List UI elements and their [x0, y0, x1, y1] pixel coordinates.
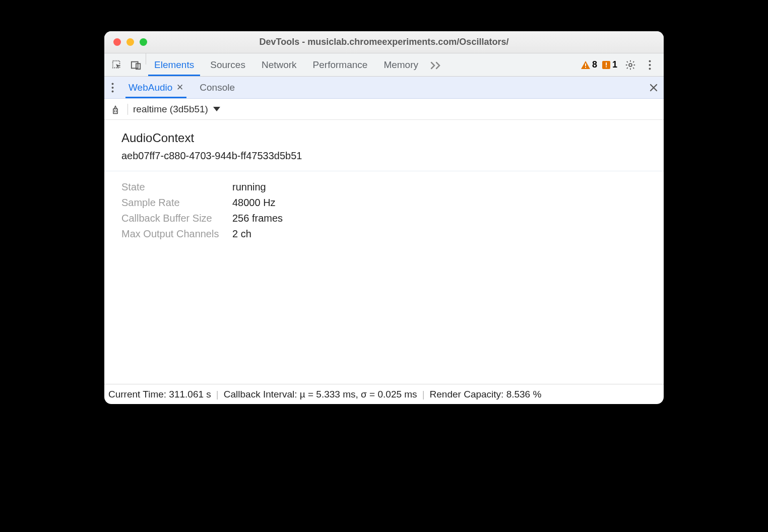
- prop-label-max-channels: Max Output Channels: [121, 228, 232, 240]
- warnings-badge[interactable]: 8: [581, 59, 597, 70]
- warning-icon: [581, 61, 590, 69]
- maximize-window-button[interactable]: [140, 38, 147, 46]
- svg-point-10: [649, 64, 651, 66]
- tab-label: Elements: [154, 59, 194, 71]
- svg-point-8: [629, 63, 632, 66]
- tab-console[interactable]: Console: [191, 77, 243, 98]
- clear-icon[interactable]: [108, 104, 122, 114]
- status-separator: |: [422, 389, 425, 400]
- main-tabs: Elements Sources Network Performance Mem…: [104, 53, 664, 77]
- errors-badge[interactable]: 1: [602, 59, 617, 70]
- tab-webaudio[interactable]: WebAudio ✕: [120, 77, 191, 98]
- webaudio-content: AudioContext aeb07ff7-c880-4703-944b-ff4…: [104, 120, 664, 384]
- context-type-heading: AudioContext: [104, 120, 664, 150]
- prop-value-max-channels: 2 ch: [232, 228, 664, 240]
- svg-point-12: [111, 83, 113, 85]
- drawer-kebab-icon[interactable]: [104, 77, 120, 98]
- svg-point-14: [111, 90, 113, 92]
- svg-rect-3: [585, 63, 586, 66]
- tab-label: WebAudio: [129, 82, 172, 93]
- titlebar: DevTools - musiclab.chromeexperiments.co…: [104, 31, 664, 53]
- tab-network[interactable]: Network: [253, 53, 305, 76]
- tab-label: Performance: [313, 59, 368, 71]
- svg-rect-4: [585, 66, 586, 68]
- svg-rect-1: [132, 61, 138, 68]
- webaudio-toolbar: realtime (3d5b51): [104, 99, 664, 120]
- close-drawer-icon[interactable]: [644, 77, 664, 98]
- svg-point-11: [649, 68, 651, 70]
- prop-value-callback-buffer: 256 frames: [232, 213, 664, 224]
- close-window-button[interactable]: [113, 38, 121, 46]
- tab-label: Memory: [383, 59, 418, 71]
- settings-icon[interactable]: [622, 59, 638, 71]
- svg-point-9: [649, 60, 651, 62]
- tab-label: Console: [200, 82, 235, 93]
- context-selector[interactable]: realtime (3d5b51): [133, 104, 220, 115]
- devtools-window: DevTools - musiclab.chromeexperiments.co…: [104, 31, 664, 404]
- context-properties: State running Sample Rate 48000 Hz Callb…: [104, 171, 664, 240]
- traffic-lights: [113, 38, 147, 46]
- chevron-down-icon: [213, 107, 220, 112]
- status-current-time: Current Time: 311.061 s: [108, 389, 211, 400]
- status-separator: |: [216, 389, 219, 400]
- svg-rect-7: [606, 66, 607, 67]
- status-render-capacity: Render Capacity: 8.536 %: [430, 389, 542, 400]
- tab-label: Network: [262, 59, 297, 71]
- prop-label-callback-buffer: Callback Buffer Size: [121, 213, 232, 224]
- window-title: DevTools - musiclab.chromeexperiments.co…: [104, 37, 664, 47]
- context-id: aeb07ff7-c880-4703-944b-ff47533d5b51: [104, 150, 664, 171]
- error-icon: [602, 61, 610, 69]
- prop-label-sample-rate: Sample Rate: [121, 197, 232, 209]
- more-tabs-icon[interactable]: [426, 53, 445, 76]
- minimize-window-button[interactable]: [126, 38, 134, 46]
- right-icons: 8 1: [581, 53, 661, 76]
- kebab-menu-icon[interactable]: [644, 60, 656, 70]
- status-callback-interval: Callback Interval: µ = 5.333 ms, σ = 0.0…: [224, 389, 417, 400]
- context-selector-label: realtime (3d5b51): [133, 104, 208, 115]
- drawer-tabs: WebAudio ✕ Console: [104, 77, 664, 99]
- device-toolbar-icon[interactable]: [126, 53, 146, 76]
- svg-point-13: [111, 87, 113, 89]
- prop-value-state: running: [232, 181, 664, 193]
- tab-memory[interactable]: Memory: [375, 53, 426, 76]
- errors-count: 1: [612, 59, 617, 70]
- close-tab-icon[interactable]: ✕: [176, 82, 183, 93]
- tab-performance[interactable]: Performance: [305, 53, 376, 76]
- tab-elements[interactable]: Elements: [146, 53, 202, 76]
- prop-label-state: State: [121, 181, 232, 193]
- warnings-count: 8: [592, 59, 597, 70]
- tab-label: Sources: [210, 59, 245, 71]
- svg-rect-6: [606, 62, 607, 65]
- divider: [127, 104, 128, 115]
- tab-sources[interactable]: Sources: [202, 53, 253, 76]
- statusbar: Current Time: 311.061 s | Callback Inter…: [104, 384, 664, 404]
- inspect-element-icon[interactable]: [107, 53, 126, 76]
- prop-value-sample-rate: 48000 Hz: [232, 197, 664, 209]
